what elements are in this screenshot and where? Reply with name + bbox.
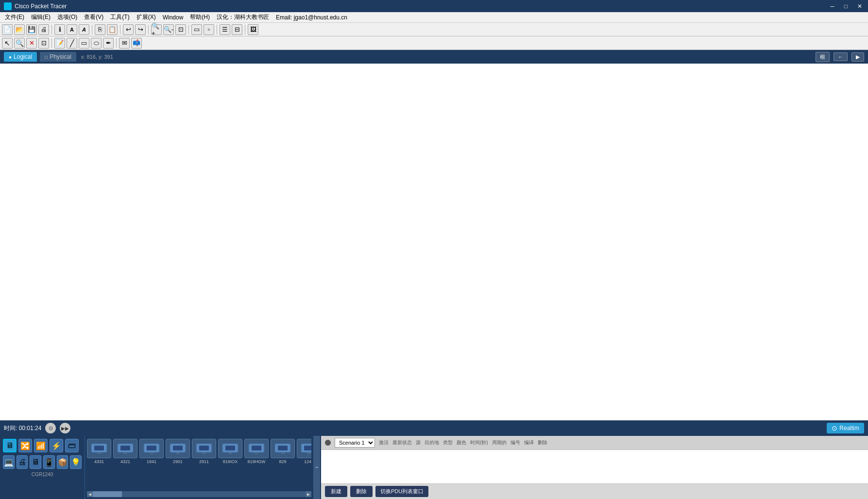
- device-name-829: 829: [279, 459, 286, 464]
- oval-tool[interactable]: ⬭: [91, 38, 102, 49]
- toolbar-draw: ↖ 🔍 ✕ ⊡ 📝 ╱ ▭ ⬭ ✒ ✉ 📫: [0, 36, 868, 50]
- textA2-button[interactable]: A: [79, 24, 89, 35]
- cat-servers[interactable]: 🖥: [30, 455, 41, 469]
- device-horizontal-scroll[interactable]: ◀ ▶: [87, 491, 311, 497]
- device-icon-819iox: [218, 439, 242, 458]
- svg-rect-17: [228, 452, 232, 454]
- reset-time-button[interactable]: ⊙: [45, 423, 56, 433]
- cat-wireless[interactable]: 📶: [34, 439, 48, 452]
- select-tool[interactable]: ↖: [2, 38, 13, 49]
- zoom-in-button[interactable]: 🔍+: [151, 24, 162, 35]
- rect-button[interactable]: ▭: [191, 24, 202, 35]
- cat-other[interactable]: 📦: [57, 455, 68, 469]
- device-item-4331[interactable]: 4331: [87, 439, 111, 464]
- delete-tool[interactable]: ✕: [26, 38, 37, 49]
- line-tool[interactable]: ╱: [67, 38, 77, 49]
- maximize-button[interactable]: □: [842, 3, 850, 10]
- scenario-panel: Scenario 1 激活 最新状态 源 目的地 类型 颜色 时间(秒) 周期的…: [320, 436, 868, 499]
- device-scroll-track[interactable]: [93, 491, 306, 497]
- menu-options[interactable]: 选项(O): [54, 12, 80, 22]
- device-scroll-thumb[interactable]: [93, 491, 122, 497]
- tab-physical[interactable]: □ Physical: [40, 52, 76, 62]
- device-item-1240[interactable]: 1240: [297, 439, 311, 464]
- device-item-1941[interactable]: 1941: [139, 439, 164, 464]
- device-item-2901[interactable]: 2901: [166, 439, 190, 464]
- device-item-819iox[interactable]: 819IOX: [218, 439, 242, 464]
- pen-tool[interactable]: ✒: [103, 38, 114, 49]
- new-scenario-button[interactable]: 新建: [325, 486, 347, 497]
- minimize-button[interactable]: ─: [828, 3, 836, 10]
- expand-tool[interactable]: ⊡: [38, 38, 49, 49]
- device-scroll-right[interactable]: ▶: [306, 491, 311, 497]
- device-item-4321[interactable]: 4321: [113, 439, 137, 464]
- rect-draw-tool[interactable]: ▭: [79, 38, 89, 49]
- device-icon-819hgw: [244, 439, 269, 458]
- cat-routers[interactable]: 🖥: [3, 439, 17, 452]
- device-scroll-left[interactable]: ◀: [87, 491, 93, 497]
- menu-window[interactable]: Window: [160, 13, 187, 22]
- collapse-button[interactable]: ‹: [313, 436, 320, 499]
- root-button[interactable]: 根: [816, 52, 830, 62]
- scenario-col-delete: 删除: [538, 439, 547, 446]
- device-name-2911: 2911: [199, 459, 209, 464]
- cat-custom[interactable]: 💡: [70, 455, 82, 469]
- undo-button[interactable]: ↩: [123, 24, 134, 35]
- simple-pdu-tool[interactable]: ✉: [119, 38, 130, 49]
- menu-view[interactable]: 查看(V): [81, 12, 106, 22]
- info-button[interactable]: ℹ: [54, 24, 65, 35]
- minus-button[interactable]: ⊟: [232, 24, 242, 35]
- textA-button[interactable]: A: [67, 24, 77, 35]
- device-name-2901: 2901: [173, 459, 183, 464]
- scenario-col-status: 最新状态: [392, 439, 412, 446]
- cat-switches[interactable]: 🔀: [18, 439, 32, 452]
- cat-security[interactable]: ⚡: [50, 439, 63, 452]
- rect2-button[interactable]: ▫: [204, 24, 214, 35]
- svg-rect-5: [123, 452, 127, 454]
- forward-button[interactable]: ▶: [851, 52, 864, 62]
- device-item-819hgw[interactable]: 819HGW: [244, 439, 269, 464]
- menu-file[interactable]: 文件(E): [2, 12, 27, 22]
- image-button[interactable]: 🖼: [248, 24, 258, 35]
- device-name-1941: 1941: [147, 459, 156, 464]
- play-button[interactable]: ▶▶: [60, 423, 70, 433]
- menu-extend[interactable]: 扩展(X): [134, 12, 159, 22]
- logical-icon: ●: [9, 54, 12, 60]
- delete-scenario-button[interactable]: 删除: [350, 486, 373, 497]
- device-name-4321: 4321: [120, 459, 130, 464]
- device-item-829[interactable]: 829: [271, 439, 295, 464]
- close-button[interactable]: ✕: [855, 3, 864, 10]
- menu-tools[interactable]: 工具(T): [107, 12, 132, 22]
- zoom-fit-button[interactable]: ⊡: [175, 24, 186, 35]
- cat-wan[interactable]: 🗃: [65, 439, 79, 452]
- tab-logical[interactable]: ● Logical: [4, 52, 37, 62]
- print-button[interactable]: 🖨: [38, 24, 49, 35]
- menu-edit[interactable]: 编辑(E): [28, 12, 53, 22]
- svg-rect-7: [147, 446, 156, 450]
- copy-button[interactable]: ⎘: [95, 24, 105, 35]
- svg-rect-25: [304, 446, 311, 450]
- cat-pcs[interactable]: 💻: [3, 455, 15, 469]
- zoom-tool[interactable]: 🔍: [14, 38, 25, 49]
- cat-printers[interactable]: 🖨: [17, 455, 28, 469]
- device-item-2911[interactable]: 2911: [192, 439, 216, 464]
- back-button[interactable]: ←: [834, 52, 848, 61]
- redo-button[interactable]: ↪: [135, 24, 146, 35]
- table-button[interactable]: ☰: [220, 24, 230, 35]
- device-icon-2911: [192, 439, 216, 458]
- cat-mobile[interactable]: 📱: [43, 455, 55, 469]
- save-button[interactable]: 💾: [26, 24, 37, 35]
- open-button[interactable]: 📂: [14, 24, 25, 35]
- app-title: Cisco Packet Tracer: [15, 3, 67, 10]
- switch-pdu-button[interactable]: 切换PDU列表窗口: [375, 486, 428, 497]
- svg-rect-16: [225, 446, 235, 450]
- menu-help[interactable]: 帮助(H): [187, 12, 213, 22]
- new-button[interactable]: 📄: [2, 24, 13, 35]
- zoom-out-button[interactable]: 🔍-: [163, 24, 174, 35]
- scenario-select[interactable]: Scenario 1: [335, 438, 375, 448]
- complex-pdu-tool[interactable]: 📫: [131, 38, 142, 49]
- paste-button[interactable]: 📋: [107, 24, 118, 35]
- title-bar: Cisco Packet Tracer ─ □ ✕: [0, 0, 868, 12]
- note-tool[interactable]: 📝: [54, 38, 65, 49]
- toolbar-sep6: [217, 25, 217, 34]
- realtime-icon: ⊙: [832, 424, 837, 432]
